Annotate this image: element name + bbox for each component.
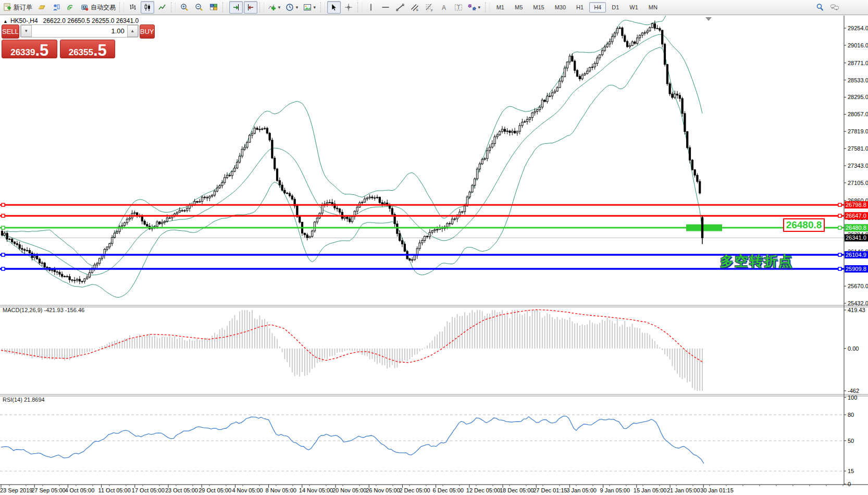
- tf-button-W1[interactable]: W1: [625, 2, 643, 13]
- crosshair-button[interactable]: [342, 1, 355, 14]
- tf-button-MN[interactable]: MN: [644, 2, 662, 13]
- svg-text:29 Oct 05:00: 29 Oct 05:00: [199, 487, 231, 493]
- svg-text:E: E: [416, 8, 418, 11]
- tile-windows-button[interactable]: [207, 1, 220, 14]
- zoom-in-icon: [180, 3, 189, 11]
- rsi-indicator-label: RSI(14) 21.8694: [3, 397, 45, 403]
- svg-text:14 Nov 05:00: 14 Nov 05:00: [299, 487, 333, 493]
- tf-button-M15[interactable]: M15: [528, 2, 549, 13]
- svg-text:419.43: 419.43: [848, 307, 865, 313]
- tile-windows-icon: [209, 3, 218, 11]
- line-handle[interactable]: [838, 214, 841, 217]
- zoom-out-button[interactable]: [192, 1, 206, 14]
- tf-button-M1[interactable]: M1: [492, 2, 509, 13]
- collapse-icon[interactable]: ▲: [3, 19, 8, 24]
- tf-button-M5[interactable]: M5: [510, 2, 527, 13]
- text-label-button[interactable]: T: [452, 1, 465, 14]
- vertical-line-button[interactable]: [364, 1, 378, 14]
- timeframe-bar: M1M5M15M30H1H4D1W1MN: [491, 2, 663, 13]
- svg-text:30 Jan 01:15: 30 Jan 01:15: [700, 487, 734, 493]
- svg-text:27343.0: 27343.0: [848, 163, 868, 169]
- svg-text:17 Oct 05:00: 17 Oct 05:00: [132, 487, 165, 493]
- svg-text:28295.0: 28295.0: [848, 94, 868, 100]
- svg-text:25909.8: 25909.8: [846, 266, 866, 272]
- buy-price-quote[interactable]: 26355.5: [60, 40, 115, 58]
- svg-text:26104.9: 26104.9: [846, 252, 866, 258]
- zoom-out-icon: [195, 3, 203, 11]
- annotation-text[interactable]: 多空转折点: [703, 252, 793, 270]
- buy-button[interactable]: BUY: [140, 24, 155, 39]
- line-handle[interactable]: [838, 267, 841, 270]
- line-handle[interactable]: [838, 253, 841, 256]
- volume-input[interactable]: [32, 25, 127, 37]
- price-axis[interactable]: 29254.029016.028771.028533.028295.028057…: [844, 25, 868, 306]
- autoscroll-button[interactable]: [229, 1, 243, 14]
- volume-down-button[interactable]: ▼: [21, 25, 32, 37]
- market-button[interactable]: [49, 1, 63, 14]
- svg-text:25432.0: 25432.0: [848, 300, 868, 306]
- tf-button-D1[interactable]: D1: [607, 2, 624, 13]
- volume-up-button[interactable]: ▲: [127, 25, 138, 37]
- chart-shift-button[interactable]: [244, 1, 257, 14]
- text-button[interactable]: A: [437, 1, 451, 14]
- clock-icon: [286, 3, 294, 11]
- fibonacci-button[interactable]: F: [423, 1, 436, 14]
- tf-button-M30[interactable]: M30: [550, 2, 571, 13]
- sell-button[interactable]: SELL: [2, 24, 19, 39]
- dropdown-caret-icon: ▼: [477, 5, 481, 10]
- line-handle[interactable]: [2, 253, 5, 256]
- tf-button-H1[interactable]: H1: [572, 2, 588, 13]
- search-button[interactable]: [813, 1, 827, 14]
- signals-button[interactable]: [64, 1, 78, 14]
- symbol-header: ▲HK50-,H426622.0 26650.5 26255.0 26341.0: [3, 17, 139, 24]
- svg-text:26647.0: 26647.0: [846, 213, 866, 219]
- toolbar-grip: [320, 2, 325, 13]
- line-handle[interactable]: [2, 214, 5, 217]
- chat-button[interactable]: [828, 1, 841, 14]
- indicators-button[interactable]: ▼: [266, 1, 283, 14]
- svg-text:23 Sep 2019: 23 Sep 2019: [0, 487, 32, 493]
- gold-button[interactable]: [35, 1, 48, 14]
- chart-bars-button[interactable]: [126, 1, 140, 14]
- chart-shift-marker[interactable]: [705, 17, 712, 21]
- chart-area[interactable]: 29254.029016.028771.028533.028295.028057…: [0, 16, 868, 495]
- toolbar-grip: [222, 2, 227, 13]
- level-price-label-box[interactable]: 26480.8: [783, 218, 825, 232]
- price-tag-26798.8: 26798.8: [845, 201, 868, 208]
- svg-text:26480.8: 26480.8: [846, 225, 866, 231]
- cursor-button[interactable]: [327, 1, 341, 14]
- chart-line-button[interactable]: [155, 1, 169, 14]
- line-handle[interactable]: [838, 203, 841, 206]
- line-handle[interactable]: [2, 226, 5, 229]
- price-tag-26341.0: 26341.0: [845, 234, 868, 241]
- svg-text:26 Nov 05:00: 26 Nov 05:00: [366, 487, 400, 493]
- line-handle[interactable]: [838, 226, 841, 229]
- candles: [1, 20, 703, 284]
- time-axis[interactable]: 23 Sep 201927 Sep 05:004 Oct 05:0011 Oct…: [0, 485, 843, 493]
- trendline-button[interactable]: [393, 1, 407, 14]
- svg-text:-462: -462: [848, 388, 859, 394]
- line-handle[interactable]: [2, 267, 5, 270]
- zoom-in-button[interactable]: [178, 1, 191, 14]
- ohlc-values: 26622.0 26650.5 26255.0 26341.0: [43, 17, 139, 24]
- templates-button[interactable]: ▼: [302, 1, 318, 14]
- trendline-icon: [396, 3, 404, 11]
- line-chart-icon: [158, 3, 166, 11]
- arrows-button[interactable]: ▼: [466, 1, 483, 14]
- new-order-button[interactable]: 新订单: [2, 1, 34, 14]
- svg-text:100: 100: [848, 394, 857, 401]
- sell-price-quote[interactable]: 26339.5: [2, 40, 57, 58]
- svg-text:12 Dec 05:00: 12 Dec 05:00: [466, 487, 500, 493]
- new-order-icon: [3, 3, 11, 11]
- svg-text:20 Nov 05:00: 20 Nov 05:00: [332, 487, 366, 493]
- svg-text:23 Oct 05:00: 23 Oct 05:00: [165, 487, 198, 493]
- signals-icon: [67, 3, 75, 11]
- horizontal-line-button[interactable]: [379, 1, 392, 14]
- chart-candles-button[interactable]: [141, 1, 154, 14]
- fibonacci-icon: F: [425, 3, 433, 11]
- periods-button[interactable]: ▼: [284, 1, 301, 14]
- channel-button[interactable]: E: [408, 1, 421, 14]
- autotrade-button[interactable]: 自动交易: [79, 1, 117, 14]
- line-handle[interactable]: [2, 203, 5, 206]
- tf-button-H4[interactable]: H4: [589, 2, 606, 13]
